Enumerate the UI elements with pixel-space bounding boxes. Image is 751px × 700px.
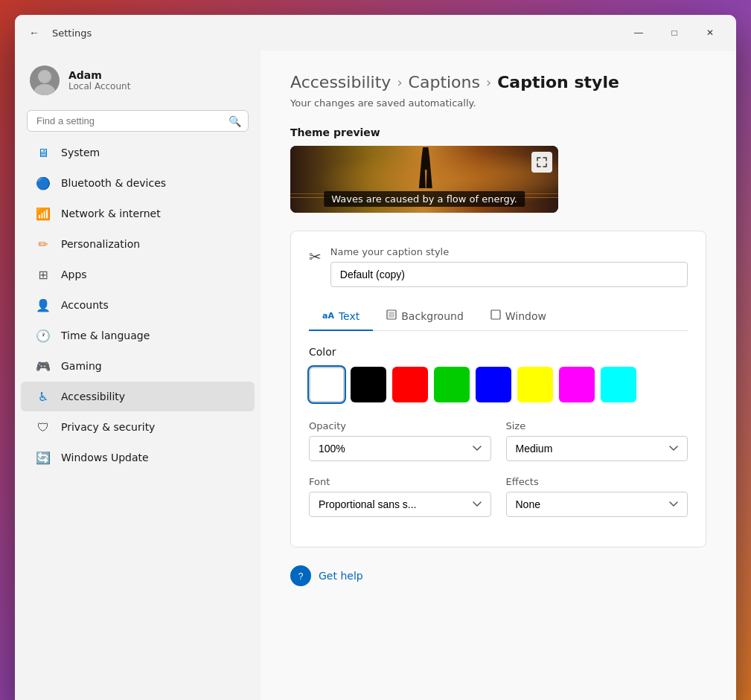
title-bar-title: Settings bbox=[52, 28, 92, 39]
user-section: Adam Local Account bbox=[15, 57, 261, 110]
get-help-link[interactable]: Get help bbox=[319, 570, 363, 582]
color-swatch-white[interactable] bbox=[309, 367, 345, 402]
color-swatch-red[interactable] bbox=[392, 367, 428, 402]
bluetooth-icon: 🔵 bbox=[36, 176, 51, 190]
effects-select[interactable]: None Raised Depressed Uniform Drop shado… bbox=[506, 492, 688, 517]
personalization-icon: ✏ bbox=[36, 237, 51, 251]
color-swatch-blue[interactable] bbox=[476, 367, 511, 402]
caption-name-label: Name your caption style bbox=[330, 246, 688, 257]
close-button[interactable]: ✕ bbox=[693, 21, 727, 45]
color-swatch-magenta[interactable] bbox=[559, 367, 595, 402]
search-icon: 🔍 bbox=[229, 115, 241, 127]
sidebar-item-accessibility-label: Accessibility bbox=[61, 391, 125, 402]
sidebar-item-system[interactable]: 🖥 System bbox=[21, 138, 255, 167]
svg-rect-4 bbox=[491, 310, 500, 319]
color-swatch-cyan[interactable] bbox=[601, 367, 636, 402]
search-input[interactable] bbox=[27, 110, 249, 132]
sidebar-item-accounts-label: Accounts bbox=[61, 299, 109, 311]
breadcrumb-current: Caption style bbox=[497, 73, 619, 91]
time-icon: 🕐 bbox=[36, 328, 51, 343]
caption-name-right: Name your caption style bbox=[330, 246, 688, 287]
preview-caption: Waves are caused by a flow of energy. bbox=[324, 191, 525, 207]
get-help-section: ? Get help bbox=[290, 565, 706, 586]
sidebar-item-privacy-label: Privacy & security bbox=[61, 421, 155, 433]
breadcrumb-accessibility[interactable]: Accessibility bbox=[290, 73, 391, 91]
sidebar-item-bluetooth[interactable]: 🔵 Bluetooth & devices bbox=[21, 168, 255, 198]
size-select[interactable]: Small Medium Large Extra Large bbox=[506, 436, 688, 461]
sidebar-item-system-label: System bbox=[61, 147, 100, 158]
sidebar-item-privacy[interactable]: 🛡 Privacy & security bbox=[21, 412, 255, 442]
svg-text:?: ? bbox=[298, 571, 304, 582]
help-icon: ? bbox=[290, 565, 311, 586]
opacity-size-row: Opacity 25% 50% 75% 100% Size Small Medi… bbox=[309, 420, 688, 461]
sidebar-item-update[interactable]: 🔄 Windows Update bbox=[21, 443, 255, 472]
opacity-select[interactable]: 25% 50% 75% 100% bbox=[309, 436, 491, 461]
opacity-group: Opacity 25% 50% 75% 100% bbox=[309, 420, 491, 461]
maximize-button[interactable]: □ bbox=[657, 21, 691, 45]
size-label: Size bbox=[506, 420, 688, 431]
search-box: 🔍 bbox=[27, 110, 249, 132]
tab-text[interactable]: aA Text bbox=[309, 302, 373, 331]
tab-window-label: Window bbox=[505, 310, 546, 322]
font-group: Font Default Proportional sans s... Mono… bbox=[309, 476, 491, 517]
svg-point-0 bbox=[38, 70, 51, 83]
minimize-button[interactable]: — bbox=[621, 21, 656, 45]
apps-icon: ⊞ bbox=[36, 267, 51, 282]
caption-name-section: ✂ Name your caption style bbox=[309, 246, 688, 287]
sidebar-item-personalization-label: Personalization bbox=[61, 238, 140, 250]
scissors-icon: ✂ bbox=[309, 248, 322, 266]
caption-name-input[interactable] bbox=[330, 262, 688, 287]
avatar bbox=[30, 65, 60, 95]
background-tab-icon bbox=[386, 309, 397, 322]
sidebar-item-gaming-label: Gaming bbox=[61, 360, 102, 372]
color-swatches bbox=[309, 367, 688, 402]
opacity-label: Opacity bbox=[309, 420, 491, 431]
color-swatch-black[interactable] bbox=[351, 367, 386, 402]
color-swatch-yellow[interactable] bbox=[517, 367, 553, 402]
title-bar-left: ← Settings bbox=[24, 22, 92, 43]
caption-tabs: aA Text Background bbox=[309, 302, 688, 331]
breadcrumb-captions[interactable]: Captions bbox=[409, 73, 480, 91]
font-effects-row: Font Default Proportional sans s... Mono… bbox=[309, 476, 688, 517]
sidebar-item-time-label: Time & language bbox=[61, 330, 150, 341]
tab-window[interactable]: Window bbox=[477, 302, 560, 331]
breadcrumb-sep-2: › bbox=[486, 74, 491, 90]
user-name: Adam bbox=[68, 69, 130, 81]
user-info: Adam Local Account bbox=[68, 69, 130, 91]
accessibility-icon: ♿ bbox=[36, 389, 51, 404]
title-bar: ← Settings — □ ✕ bbox=[15, 15, 736, 51]
preview-expand-button[interactable] bbox=[531, 152, 552, 173]
back-button[interactable]: ← bbox=[24, 22, 45, 43]
breadcrumb-sep-1: › bbox=[397, 74, 402, 90]
font-select[interactable]: Default Proportional sans s... Monospace… bbox=[309, 492, 491, 517]
caption-style-card: ✂ Name your caption style aA Text bbox=[290, 231, 706, 548]
sidebar-item-personalization[interactable]: ✏ Personalization bbox=[21, 229, 255, 259]
sidebar: Adam Local Account 🔍 🖥 System 🔵 Bluetoot… bbox=[15, 51, 261, 700]
tab-background-label: Background bbox=[401, 310, 464, 322]
color-label: Color bbox=[309, 346, 688, 358]
title-bar-controls: — □ ✕ bbox=[621, 21, 727, 45]
sidebar-item-network[interactable]: 📶 Network & internet bbox=[21, 199, 255, 228]
preview-container: Waves are caused by a flow of energy. bbox=[290, 146, 558, 213]
sidebar-item-gaming[interactable]: 🎮 Gaming bbox=[21, 351, 255, 381]
svg-point-1 bbox=[34, 84, 55, 95]
sidebar-item-time[interactable]: 🕐 Time & language bbox=[21, 321, 255, 350]
sidebar-item-update-label: Windows Update bbox=[61, 452, 149, 463]
color-swatch-green[interactable] bbox=[434, 367, 470, 402]
privacy-icon: 🛡 bbox=[36, 420, 51, 434]
sidebar-item-accessibility[interactable]: ♿ Accessibility bbox=[21, 382, 255, 411]
main-content: Accessibility › Captions › Caption style… bbox=[261, 51, 736, 700]
sidebar-item-network-label: Network & internet bbox=[61, 208, 161, 219]
accounts-icon: 👤 bbox=[36, 298, 51, 312]
font-label: Font bbox=[309, 476, 491, 487]
effects-label: Effects bbox=[506, 476, 688, 487]
window-tab-icon bbox=[490, 309, 501, 322]
system-icon: 🖥 bbox=[36, 145, 51, 160]
user-sub: Local Account bbox=[68, 81, 130, 91]
size-group: Size Small Medium Large Extra Large bbox=[506, 420, 688, 461]
sidebar-item-accounts[interactable]: 👤 Accounts bbox=[21, 290, 255, 320]
sidebar-item-apps[interactable]: ⊞ Apps bbox=[21, 260, 255, 289]
tab-background[interactable]: Background bbox=[373, 302, 477, 331]
content-area: Adam Local Account 🔍 🖥 System 🔵 Bluetoot… bbox=[15, 51, 736, 700]
sidebar-item-bluetooth-label: Bluetooth & devices bbox=[61, 177, 166, 189]
